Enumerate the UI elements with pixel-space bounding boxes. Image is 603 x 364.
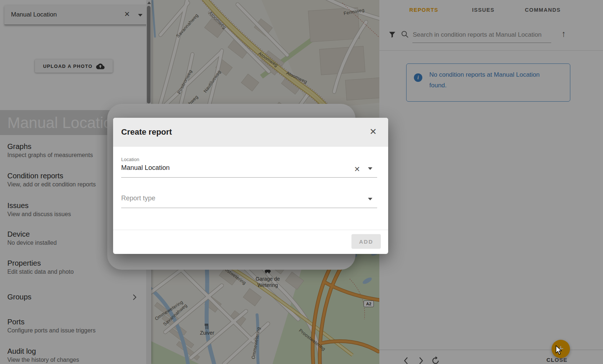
location-clear-icon[interactable]: ✕ [354,165,360,174]
app-window: ✕ UPLOAD A PHOTO Manual Location Graphs … [0,0,603,364]
dialog-header: Create report ✕ [113,118,388,147]
mouse-cursor [556,345,564,356]
report-type-placeholder[interactable]: Report type [121,194,155,202]
dialog-title: Create report [121,127,172,137]
create-report-dialog: Create report ✕ Location Manual Location… [113,118,388,254]
location-caret-icon[interactable] [368,167,372,170]
location-field-value[interactable]: Manual Location [121,164,170,172]
dialog-close-icon[interactable]: ✕ [369,127,377,137]
dialog-footer-divider [113,230,388,230]
location-field-underline [121,177,377,178]
location-field-label: Location [121,157,139,162]
report-type-underline [121,208,377,208]
report-type-caret-icon[interactable] [368,198,372,200]
add-button[interactable]: ADD [351,234,381,249]
